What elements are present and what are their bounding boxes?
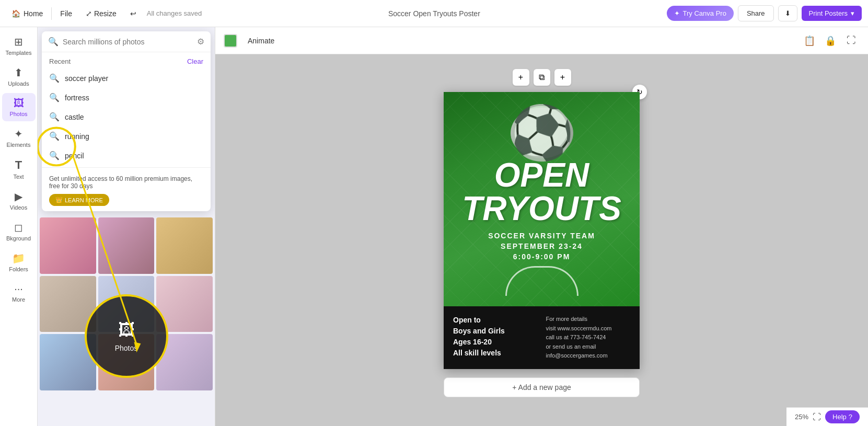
resize-label: Resize [94,9,117,18]
file-label: File [60,9,72,18]
sidebar-item-elements[interactable]: ✦ Elements [2,123,36,152]
search-item-icon-3: 🔍 [49,131,60,141]
sidebar-item-more[interactable]: ··· More [2,279,36,307]
background-icon: ◻ [14,221,23,234]
sidebar-item-templates[interactable]: ⊞ Templates [2,31,36,60]
add-page-label: + Add a new page [512,383,571,392]
sidebar-item-background[interactable]: ◻ Bkground [2,217,36,246]
sidebar-item-videos[interactable]: ▶ Videos [2,186,36,215]
try-canva-pro-button[interactable]: ✦ Try Canva Pro [667,6,734,21]
download-button[interactable]: ⬇ [778,5,797,21]
learn-more-button[interactable]: 👑 LEARN MORE [49,194,109,206]
help-button[interactable]: Help ? [825,410,860,423]
notes-icon[interactable]: 📋 [801,32,818,49]
undo-button[interactable]: ↩ [125,6,142,21]
sub-toolbar: Animate 📋 🔒 ⛶ [215,27,868,54]
crown-icon: 👑 [55,197,63,203]
search-item-2[interactable]: 🔍 castle [42,107,211,126]
search-item-icon-4: 🔍 [49,151,60,160]
search-item-label-4: pencil [65,152,84,160]
search-item-4[interactable]: 🔍 pencil [42,146,211,165]
print-label: Print Posters [809,9,848,17]
uploads-icon: ⬆ [14,66,23,79]
animate-button[interactable]: Animate [244,34,279,47]
poster-title-line2: TRYOUTS [462,192,621,225]
add-page-before-button[interactable]: + [513,69,529,86]
poster-title-line1: OPEN [462,158,621,192]
clear-button[interactable]: Clear [187,57,203,65]
topbar-separator [51,7,52,20]
search-icon: 🔍 [48,37,59,47]
canvas-controls-top: + ⧉ + [513,69,571,86]
photo-item-2[interactable] [98,217,155,274]
poster-bottom-right: For more details visit www.soccermdu.com… [546,315,631,361]
bottom-line3: Ages 16-20 [453,337,538,348]
photo-item-4[interactable] [40,276,96,332]
photo-item-1[interactable] [40,217,96,274]
more-options-button[interactable]: + [554,69,571,86]
search-item-icon-2: 🔍 [49,112,60,122]
poster-top: OPEN TRYOUTS SOCCER VARSITY TEAM SEPTEMB… [444,92,640,306]
search-item-1[interactable]: 🔍 fortress [42,88,211,107]
search-item-0[interactable]: 🔍 soccer player [42,68,211,88]
add-page-button[interactable]: + Add a new page [444,377,640,397]
promo-text: Get unlimited access to 60 million premi… [49,175,192,190]
sub-toolbar-right: 📋 🔒 ⛶ [801,32,860,49]
download-icon: ⬇ [785,9,791,17]
photo-item-6[interactable] [156,276,213,332]
poster[interactable]: OPEN TRYOUTS SOCCER VARSITY TEAM SEPTEMB… [444,92,640,369]
home-icon: 🏠 [11,9,20,18]
poster-title: OPEN TRYOUTS [462,158,621,225]
photo-item-5[interactable] [98,276,155,332]
sidebar-item-photos[interactable]: 🖼 Photos [2,93,36,121]
filter-icon[interactable]: ⚙ [197,37,204,47]
sidebar-label-elements: Elements [7,142,31,148]
expand-icon[interactable]: ⛶ [813,412,821,422]
learn-more-label: LEARN MORE [65,197,103,203]
search-input[interactable] [63,38,193,46]
sidebar-item-uploads[interactable]: ⬆ Uploads [2,62,36,91]
print-button[interactable]: Print Posters ▾ [802,6,862,21]
photo-item-9[interactable] [156,334,213,390]
bottom-right-line3: call us at 773-745-7424 [546,333,631,342]
resize-icon: ⤢ [86,9,92,18]
resize-button[interactable]: ⤢ Resize [80,6,122,21]
file-button[interactable]: File [55,6,77,21]
search-item-3[interactable]: 🔍 running [42,126,211,146]
elements-icon: ✦ [14,128,23,140]
duplicate-page-button[interactable]: ⧉ [534,69,550,86]
star-icon: ✦ [674,9,680,17]
poster-varsity: SOCCER VARSITY TEAM [462,232,621,240]
lock-icon[interactable]: 🔒 [822,32,839,49]
folders-icon: 📁 [12,252,25,264]
sidebar-label-photos: Photos [9,111,27,117]
home-button[interactable]: 🏠 Home [6,6,48,21]
recent-label: Recent [49,57,71,65]
color-swatch[interactable] [224,34,237,48]
promo-section: Get unlimited access to 60 million premi… [42,167,211,211]
share-button[interactable]: Share [738,5,774,21]
photo-item-7[interactable] [40,334,96,390]
fullscreen-icon[interactable]: ⛶ [843,32,860,49]
canvas-area: Animate 📋 🔒 ⛶ + ⧉ + ↻ [215,27,868,426]
share-label: Share [747,9,765,17]
sidebar-item-text[interactable]: T Text [2,154,36,184]
photo-item-8[interactable] [98,334,155,390]
sidebar-label-folders: Folders [9,266,28,272]
photo-item-3[interactable] [156,217,213,274]
try-canva-label: Try Canva Pro [683,9,726,17]
zoom-level[interactable]: 25% [795,413,808,421]
sidebar-item-folders[interactable]: 📁 Folders [2,248,36,277]
photo-grid [38,215,215,393]
sidebar-label-templates: Templates [5,50,31,56]
soccer-ball [511,108,573,158]
poster-date: SEPTEMBER 23-24 [462,242,621,250]
search-item-label-1: fortress [65,94,89,102]
document-title: Soccer Open Tryouts Poster [206,9,662,18]
search-item-icon-1: 🔍 [49,93,60,102]
poster-time: 6:00-9:00 PM [462,252,621,261]
bottom-right-line2: visit www.soccermdu.com [546,324,631,333]
poster-bottom-left: Open to Boys and Girls Ages 16-20 All sk… [453,315,538,361]
bottom-bar: 25% ⛶ Help ? [786,407,868,426]
poster-text-block: OPEN TRYOUTS SOCCER VARSITY TEAM SEPTEMB… [462,158,621,261]
